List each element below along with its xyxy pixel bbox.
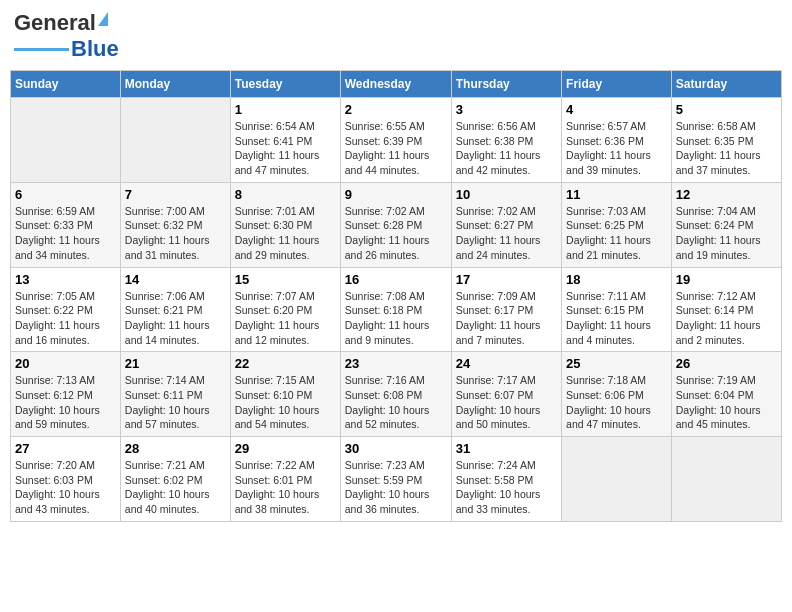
day-cell: 23 Sunrise: 7:16 AMSunset: 6:08 PMDaylig…: [340, 352, 451, 437]
day-info: Sunrise: 7:14 AMSunset: 6:11 PMDaylight:…: [125, 373, 226, 432]
header: General Blue: [10, 10, 782, 62]
day-info: Sunrise: 7:13 AMSunset: 6:12 PMDaylight:…: [15, 373, 116, 432]
day-number: 19: [676, 272, 777, 287]
day-number: 15: [235, 272, 336, 287]
day-cell: 11 Sunrise: 7:03 AMSunset: 6:25 PMDaylig…: [562, 182, 672, 267]
day-cell: 14 Sunrise: 7:06 AMSunset: 6:21 PMDaylig…: [120, 267, 230, 352]
day-cell: 9 Sunrise: 7:02 AMSunset: 6:28 PMDayligh…: [340, 182, 451, 267]
day-cell: 25 Sunrise: 7:18 AMSunset: 6:06 PMDaylig…: [562, 352, 672, 437]
day-number: 24: [456, 356, 557, 371]
day-info: Sunrise: 7:09 AMSunset: 6:17 PMDaylight:…: [456, 289, 557, 348]
day-cell: 5 Sunrise: 6:58 AMSunset: 6:35 PMDayligh…: [671, 98, 781, 183]
day-info: Sunrise: 7:01 AMSunset: 6:30 PMDaylight:…: [235, 204, 336, 263]
day-number: 3: [456, 102, 557, 117]
day-info: Sunrise: 7:22 AMSunset: 6:01 PMDaylight:…: [235, 458, 336, 517]
day-info: Sunrise: 6:57 AMSunset: 6:36 PMDaylight:…: [566, 119, 667, 178]
day-cell: 10 Sunrise: 7:02 AMSunset: 6:27 PMDaylig…: [451, 182, 561, 267]
day-number: 30: [345, 441, 447, 456]
day-info: Sunrise: 6:58 AMSunset: 6:35 PMDaylight:…: [676, 119, 777, 178]
day-cell: [562, 437, 672, 522]
logo-general: General: [14, 10, 96, 36]
day-info: Sunrise: 7:07 AMSunset: 6:20 PMDaylight:…: [235, 289, 336, 348]
day-info: Sunrise: 7:02 AMSunset: 6:28 PMDaylight:…: [345, 204, 447, 263]
day-number: 8: [235, 187, 336, 202]
day-cell: 7 Sunrise: 7:00 AMSunset: 6:32 PMDayligh…: [120, 182, 230, 267]
day-info: Sunrise: 7:23 AMSunset: 5:59 PMDaylight:…: [345, 458, 447, 517]
day-info: Sunrise: 7:02 AMSunset: 6:27 PMDaylight:…: [456, 204, 557, 263]
logo-triangle-icon: [98, 12, 108, 26]
day-cell: 15 Sunrise: 7:07 AMSunset: 6:20 PMDaylig…: [230, 267, 340, 352]
day-info: Sunrise: 6:54 AMSunset: 6:41 PMDaylight:…: [235, 119, 336, 178]
day-number: 28: [125, 441, 226, 456]
day-number: 16: [345, 272, 447, 287]
header-tuesday: Tuesday: [230, 71, 340, 98]
week-row-2: 13 Sunrise: 7:05 AMSunset: 6:22 PMDaylig…: [11, 267, 782, 352]
week-row-3: 20 Sunrise: 7:13 AMSunset: 6:12 PMDaylig…: [11, 352, 782, 437]
day-number: 23: [345, 356, 447, 371]
day-info: Sunrise: 7:21 AMSunset: 6:02 PMDaylight:…: [125, 458, 226, 517]
day-info: Sunrise: 7:18 AMSunset: 6:06 PMDaylight:…: [566, 373, 667, 432]
day-number: 20: [15, 356, 116, 371]
day-number: 12: [676, 187, 777, 202]
day-number: 9: [345, 187, 447, 202]
header-friday: Friday: [562, 71, 672, 98]
day-number: 1: [235, 102, 336, 117]
header-wednesday: Wednesday: [340, 71, 451, 98]
day-cell: [671, 437, 781, 522]
header-monday: Monday: [120, 71, 230, 98]
day-cell: 29 Sunrise: 7:22 AMSunset: 6:01 PMDaylig…: [230, 437, 340, 522]
day-cell: 26 Sunrise: 7:19 AMSunset: 6:04 PMDaylig…: [671, 352, 781, 437]
day-number: 17: [456, 272, 557, 287]
day-number: 13: [15, 272, 116, 287]
day-number: 29: [235, 441, 336, 456]
header-sunday: Sunday: [11, 71, 121, 98]
day-cell: 17 Sunrise: 7:09 AMSunset: 6:17 PMDaylig…: [451, 267, 561, 352]
calendar-table: SundayMondayTuesdayWednesdayThursdayFrid…: [10, 70, 782, 522]
day-info: Sunrise: 7:06 AMSunset: 6:21 PMDaylight:…: [125, 289, 226, 348]
header-row: SundayMondayTuesdayWednesdayThursdayFrid…: [11, 71, 782, 98]
day-cell: 2 Sunrise: 6:55 AMSunset: 6:39 PMDayligh…: [340, 98, 451, 183]
day-number: 6: [15, 187, 116, 202]
day-info: Sunrise: 7:12 AMSunset: 6:14 PMDaylight:…: [676, 289, 777, 348]
day-cell: 20 Sunrise: 7:13 AMSunset: 6:12 PMDaylig…: [11, 352, 121, 437]
day-number: 25: [566, 356, 667, 371]
day-info: Sunrise: 7:24 AMSunset: 5:58 PMDaylight:…: [456, 458, 557, 517]
week-row-0: 1 Sunrise: 6:54 AMSunset: 6:41 PMDayligh…: [11, 98, 782, 183]
day-cell: 12 Sunrise: 7:04 AMSunset: 6:24 PMDaylig…: [671, 182, 781, 267]
day-info: Sunrise: 7:08 AMSunset: 6:18 PMDaylight:…: [345, 289, 447, 348]
day-cell: 16 Sunrise: 7:08 AMSunset: 6:18 PMDaylig…: [340, 267, 451, 352]
day-number: 14: [125, 272, 226, 287]
day-cell: [11, 98, 121, 183]
day-number: 5: [676, 102, 777, 117]
header-thursday: Thursday: [451, 71, 561, 98]
day-info: Sunrise: 6:56 AMSunset: 6:38 PMDaylight:…: [456, 119, 557, 178]
day-cell: 1 Sunrise: 6:54 AMSunset: 6:41 PMDayligh…: [230, 98, 340, 183]
day-info: Sunrise: 7:11 AMSunset: 6:15 PMDaylight:…: [566, 289, 667, 348]
day-cell: 27 Sunrise: 7:20 AMSunset: 6:03 PMDaylig…: [11, 437, 121, 522]
day-number: 18: [566, 272, 667, 287]
day-info: Sunrise: 7:03 AMSunset: 6:25 PMDaylight:…: [566, 204, 667, 263]
day-cell: 4 Sunrise: 6:57 AMSunset: 6:36 PMDayligh…: [562, 98, 672, 183]
day-cell: 13 Sunrise: 7:05 AMSunset: 6:22 PMDaylig…: [11, 267, 121, 352]
day-number: 4: [566, 102, 667, 117]
day-info: Sunrise: 6:55 AMSunset: 6:39 PMDaylight:…: [345, 119, 447, 178]
day-number: 7: [125, 187, 226, 202]
day-number: 22: [235, 356, 336, 371]
day-info: Sunrise: 7:15 AMSunset: 6:10 PMDaylight:…: [235, 373, 336, 432]
day-info: Sunrise: 7:00 AMSunset: 6:32 PMDaylight:…: [125, 204, 226, 263]
day-cell: 21 Sunrise: 7:14 AMSunset: 6:11 PMDaylig…: [120, 352, 230, 437]
day-cell: 31 Sunrise: 7:24 AMSunset: 5:58 PMDaylig…: [451, 437, 561, 522]
day-info: Sunrise: 7:04 AMSunset: 6:24 PMDaylight:…: [676, 204, 777, 263]
day-cell: 18 Sunrise: 7:11 AMSunset: 6:15 PMDaylig…: [562, 267, 672, 352]
day-info: Sunrise: 7:05 AMSunset: 6:22 PMDaylight:…: [15, 289, 116, 348]
day-number: 10: [456, 187, 557, 202]
day-number: 27: [15, 441, 116, 456]
day-cell: 19 Sunrise: 7:12 AMSunset: 6:14 PMDaylig…: [671, 267, 781, 352]
day-info: Sunrise: 6:59 AMSunset: 6:33 PMDaylight:…: [15, 204, 116, 263]
day-number: 26: [676, 356, 777, 371]
day-info: Sunrise: 7:20 AMSunset: 6:03 PMDaylight:…: [15, 458, 116, 517]
day-info: Sunrise: 7:17 AMSunset: 6:07 PMDaylight:…: [456, 373, 557, 432]
week-row-4: 27 Sunrise: 7:20 AMSunset: 6:03 PMDaylig…: [11, 437, 782, 522]
logo-underline: [14, 48, 69, 51]
day-number: 31: [456, 441, 557, 456]
